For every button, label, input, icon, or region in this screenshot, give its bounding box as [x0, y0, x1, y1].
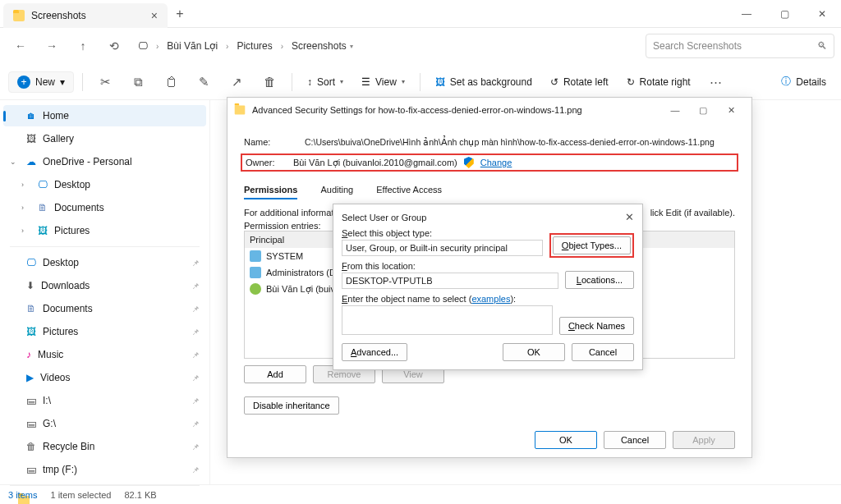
note-right: lick Edit (if available).	[650, 208, 735, 218]
user-dialog-close[interactable]: ✕	[625, 211, 634, 223]
object-types-button[interactable]: Object Types...	[553, 236, 631, 254]
recycle-icon: 🗑︎	[26, 441, 36, 452]
pictures-label: Pictures	[54, 225, 90, 236]
pictures-icon: 🖼︎	[38, 225, 48, 236]
view-button[interactable]: ☰ View ▾	[355, 73, 411, 91]
chevron-right-icon[interactable]: ›	[21, 227, 24, 235]
titlebar: Screenshots × + — ▢ ✕	[0, 0, 841, 28]
sidebar-item-tmp[interactable]: 🖴tmp (F:)📌︎	[3, 459, 206, 480]
sidebar-item-drive-i[interactable]: 🖴I:\📌︎	[3, 390, 206, 411]
tab-permissions[interactable]: Permissions	[244, 181, 297, 199]
breadcrumb-screenshots[interactable]: Screenshots	[292, 40, 347, 52]
sidebar-item-videos[interactable]: ▶Videos📌︎	[3, 367, 206, 388]
chevron-right-icon[interactable]: ›	[21, 181, 24, 189]
new-tab-button[interactable]: +	[168, 7, 192, 21]
ok-button[interactable]: OK	[535, 431, 597, 449]
new-button[interactable]: + New ▾	[8, 71, 74, 93]
dialog-window-controls: — ▢ ✕	[661, 99, 745, 121]
sort-button[interactable]: ↕ Sort ▾	[301, 73, 350, 91]
desktop-icon: 🖵	[38, 179, 48, 190]
disable-inheritance-button[interactable]: Disable inheritance	[244, 396, 339, 415]
pictures2-label: Pictures	[43, 326, 78, 337]
sidebar-item-documents-od[interactable]: ›🗎Documents	[3, 197, 206, 218]
sidebar-item-documents[interactable]: 🗎Documents📌︎	[3, 298, 206, 319]
search-input[interactable]: Search Screenshots 🔍︎	[646, 34, 834, 58]
object-name-input[interactable]	[342, 305, 553, 335]
add-button[interactable]: Add	[244, 365, 306, 383]
sidebar-item-pictures-od[interactable]: ›🖼︎Pictures	[3, 220, 206, 241]
chevron-right-icon[interactable]: ›	[21, 204, 24, 212]
tab-screenshots[interactable]: Screenshots ×	[3, 3, 168, 28]
enter-name-label: Enter the object name to select (example…	[342, 294, 553, 304]
user-dialog-footer: Advanced... OK Cancel	[342, 343, 634, 361]
tab-effective-access[interactable]: Effective Access	[376, 181, 442, 199]
user-dialog-title: Select User or Group	[342, 213, 426, 222]
separator	[420, 73, 420, 91]
sidebar-item-home[interactable]: 🏠︎Home	[3, 105, 206, 126]
copy-button[interactable]: ⧉	[124, 68, 152, 96]
details-button[interactable]: ⓘ Details	[774, 71, 833, 92]
sidebar-item-drive-g[interactable]: 🖴G:\📌︎	[3, 413, 206, 434]
more-button[interactable]: ⋯	[702, 68, 730, 96]
share-button[interactable]: ↗	[223, 68, 250, 96]
rotate-left-button[interactable]: ↺ Rotate left	[544, 73, 615, 91]
user-ok-button[interactable]: OK	[503, 343, 565, 361]
object-types-highlighted: Object Types...	[549, 233, 634, 258]
select-user-dialog: Select User or Group ✕ SSelect this obje…	[333, 204, 643, 370]
advanced-button[interactable]: Advanced...	[342, 343, 407, 361]
documents2-label: Documents	[43, 303, 93, 314]
back-button[interactable]: ←	[7, 32, 34, 60]
name-value: C:\Users\buiva\OneDrive\Hình ảnh\Ảnh chụ…	[305, 137, 715, 147]
tab-auditing[interactable]: Auditing	[320, 181, 353, 199]
delete-button[interactable]: 🗑︎	[255, 68, 283, 96]
statusbar: 3 items 1 item selected 82.1 KB	[0, 484, 841, 504]
dialog-close[interactable]: ✕	[717, 99, 745, 121]
documents-icon: 🗎	[38, 202, 48, 213]
change-link[interactable]: Change	[480, 158, 512, 167]
close-tab-icon[interactable]: ×	[151, 9, 158, 22]
view-label: View	[375, 76, 397, 88]
sidebar-item-recycle[interactable]: 🗑︎Recycle Bin📌︎	[3, 436, 206, 457]
breadcrumb-user[interactable]: Bùi Văn Lợi	[167, 40, 218, 52]
sidebar-item-gallery[interactable]: 🖼︎Gallery	[3, 128, 206, 149]
forward-button[interactable]: →	[38, 32, 66, 60]
sidebar-item-pictures[interactable]: 🖼︎Pictures📌︎	[3, 321, 206, 342]
search-placeholder: Search Screenshots	[653, 40, 742, 52]
location-row: From this location: DESKTOP-VTPUTLB Loca…	[342, 261, 634, 294]
view-icon: ☰	[361, 76, 370, 88]
sidebar-item-downloads[interactable]: ⬇Downloads📌︎	[3, 275, 206, 296]
music-label: Music	[38, 349, 63, 360]
cancel-button[interactable]: Cancel	[604, 431, 666, 449]
minimize-button[interactable]: —	[728, 0, 765, 28]
chevron-down-icon[interactable]: ▾	[350, 43, 353, 50]
examples-link[interactable]: examples	[471, 294, 510, 304]
user-dialog-titlebar: Select User or Group ✕	[342, 211, 634, 223]
check-names-button[interactable]: Check Names	[559, 317, 634, 335]
breadcrumb[interactable]: 🖵 › Bùi Văn Lợi › Pictures › Screenshots…	[131, 40, 642, 52]
set-background-button[interactable]: 🖼︎ Set as background	[429, 73, 539, 91]
sidebar-item-onedrive[interactable]: ⌄☁OneDrive - Personal	[3, 151, 206, 172]
rename-button[interactable]: ✎	[190, 68, 218, 96]
breadcrumb-pictures[interactable]: Pictures	[237, 40, 272, 52]
chevron-down-icon[interactable]: ⌄	[10, 158, 16, 166]
locations-button[interactable]: Locations...	[565, 271, 634, 289]
sidebar-item-desktop-od[interactable]: ›🖵Desktop	[3, 174, 206, 195]
dialog-minimize[interactable]: —	[661, 99, 689, 121]
maximize-button[interactable]: ▢	[765, 0, 803, 28]
up-button[interactable]: ↑	[69, 32, 97, 60]
location-field: DESKTOP-VTPUTLB	[342, 273, 558, 289]
cut-button[interactable]: ✂	[91, 68, 119, 96]
chevron-down-icon: ▾	[60, 76, 65, 88]
sidebar-item-desktop[interactable]: 🖵Desktop📌︎	[3, 252, 206, 273]
rotate-right-button[interactable]: ↻ Rotate right	[620, 73, 697, 91]
user-cancel-button[interactable]: Cancel	[572, 343, 634, 361]
dialog-maximize[interactable]: ▢	[689, 99, 717, 121]
details-label: Details	[796, 76, 826, 88]
close-button[interactable]: ✕	[803, 0, 841, 28]
refresh-button[interactable]: ⟲	[100, 32, 128, 60]
paste-button[interactable]: 📋︎	[157, 68, 185, 96]
videos-icon: ▶	[26, 372, 34, 383]
pin-icon: 📌︎	[191, 442, 200, 451]
divider	[10, 246, 200, 247]
sidebar-item-music[interactable]: ♪Music📌︎	[3, 344, 206, 365]
